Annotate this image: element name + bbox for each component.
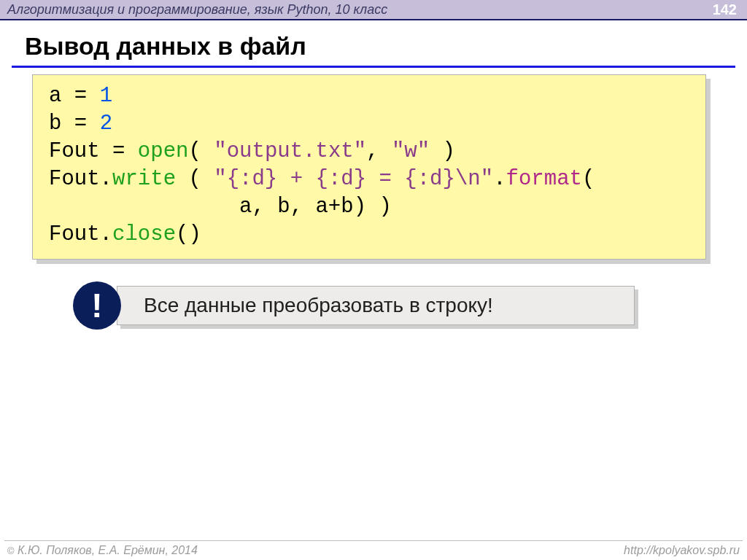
course-title: Алгоритмизация и программирование, язык … <box>7 2 387 18</box>
exclamation-icon: ! <box>73 281 121 330</box>
top-bar-rule <box>0 19 747 20</box>
code-line: Fout = open( "output.txt", "w" ) <box>49 138 692 166</box>
note: Все данные преобразовать в строку! ! <box>73 283 635 328</box>
code-line: a = 1 <box>49 82 692 110</box>
code-func: open <box>138 139 189 163</box>
code-text: . <box>493 167 506 191</box>
code-line: Fout.close() <box>49 221 692 249</box>
footer-right: http://kpolyakov.spb.ru <box>624 544 740 557</box>
slide: Алгоритмизация и программирование, язык … <box>0 0 747 560</box>
code-func: write <box>112 167 176 191</box>
code-string: "output.txt" <box>214 139 366 163</box>
footer-left: © К.Ю. Поляков, Е.А. Ерёмин, 2014 <box>7 544 198 557</box>
code-func: close <box>112 222 176 246</box>
code-text: ( <box>188 139 214 163</box>
code-text: ) <box>430 139 455 163</box>
code-text: Fout. <box>49 222 112 246</box>
note-box: Все данные преобразовать в строку! <box>117 286 635 325</box>
footer-author: К.Ю. Поляков, Е.А. Ерёмин, 2014 <box>15 544 198 556</box>
code-line: a, b, a+b) ) <box>49 193 692 221</box>
copyright-icon: © <box>7 545 15 556</box>
code-text: Fout. <box>49 167 112 191</box>
footer-rule <box>4 540 743 541</box>
top-bar: Алгоритмизация и программирование, язык … <box>0 0 747 20</box>
code-method: format <box>506 167 582 191</box>
note-text: Все данные преобразовать в строку! <box>144 294 493 317</box>
code-text: ( <box>582 167 595 191</box>
code-text: a = <box>49 84 100 108</box>
code-text: a, b, a+b) ) <box>49 195 392 219</box>
code-string: "w" <box>392 139 430 163</box>
slide-title: Вывод данных в файл <box>25 32 306 61</box>
code-line: b = 2 <box>49 110 692 138</box>
code-number: 1 <box>100 84 112 108</box>
code-text: () <box>176 222 201 246</box>
page-number: 142 <box>713 1 737 18</box>
code-number: 2 <box>100 112 112 136</box>
code-string: "{:d} + {:d} = {:d}\n" <box>214 167 493 191</box>
code-block: a = 1 b = 2 Fout = open( "output.txt", "… <box>32 74 706 260</box>
code-text: , <box>366 139 392 163</box>
code-text: Fout = <box>49 139 138 163</box>
code-text: ( <box>176 167 214 191</box>
code-line: Fout.write ( "{:d} + {:d} = {:d}\n".form… <box>49 166 692 193</box>
title-underline <box>12 66 735 68</box>
code-text: b = <box>49 112 100 136</box>
